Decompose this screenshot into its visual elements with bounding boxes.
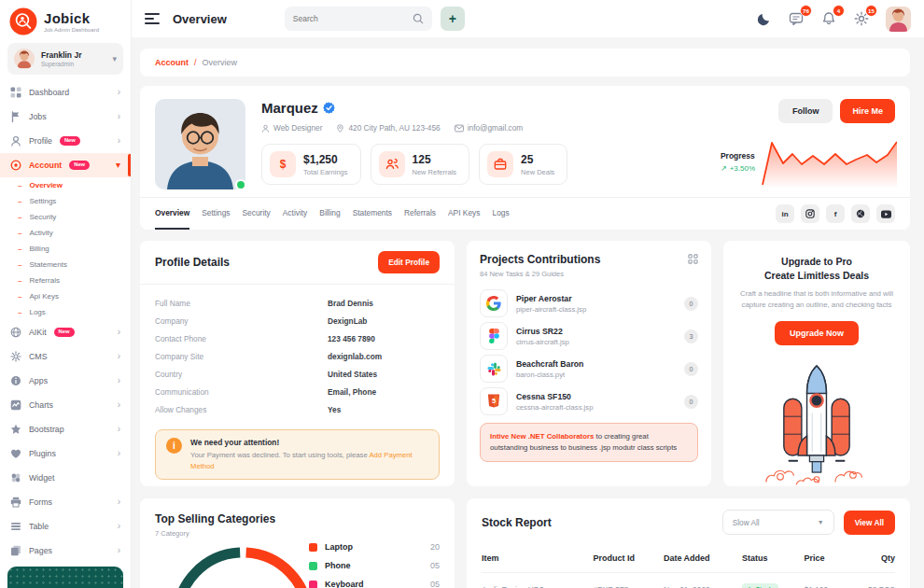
sidebar-subitem-statements[interactable]: –Statements xyxy=(0,257,131,273)
notifications-button[interactable]: 4 xyxy=(820,10,837,27)
detail-row: Contact Phone123 456 7890 xyxy=(155,329,440,347)
svg-text:5: 5 xyxy=(492,397,496,405)
profile-tabs: Overview Settings Security Activity Bill… xyxy=(140,197,910,230)
search-icon xyxy=(413,13,424,24)
edit-profile-button[interactable]: Edit Profile xyxy=(378,251,440,273)
stat-label: New Referrals xyxy=(413,168,457,176)
dash-icon: – xyxy=(18,308,21,316)
stat-value: 25 xyxy=(521,153,554,166)
chart-icon xyxy=(10,399,21,411)
project-name: Cessna SF150 xyxy=(516,392,593,401)
sidebar-item-jobs[interactable]: Jobs › xyxy=(0,105,131,129)
upgrade-now-button[interactable]: Upgrade Now xyxy=(775,321,859,345)
disc-icon xyxy=(10,160,21,171)
project-count-badge: 0 xyxy=(684,362,698,376)
breadcrumb-section[interactable]: Account xyxy=(155,58,189,67)
briefcase-icon xyxy=(487,151,513,177)
table-header: Item Product Id Date Added Status Price … xyxy=(482,546,895,573)
users-icon xyxy=(379,151,405,177)
project-name: Beachcraft Baron xyxy=(516,359,583,369)
linkedin-icon[interactable]: in xyxy=(776,204,794,223)
project-name: Piper Aerostar xyxy=(516,294,586,303)
sidebar-item-profile[interactable]: Profile New › xyxy=(0,129,131,153)
tab-referrals[interactable]: Referrals xyxy=(404,198,436,230)
sidebar-subitem-referrals[interactable]: –Referrals xyxy=(0,273,131,288)
project-name: Cirrus SR22 xyxy=(516,327,569,336)
user-dropdown[interactable]: Franklin Jr Superadmin ▾ xyxy=(7,43,123,75)
sidebar-item-plugins[interactable]: Plugins › xyxy=(0,441,131,466)
grid-view-icon[interactable] xyxy=(688,254,698,264)
stock-filter-dropdown[interactable]: Slow All▼ xyxy=(722,510,834,535)
sidebar-subitem-api-keys[interactable]: –Api Keys xyxy=(0,288,131,304)
tab-logs[interactable]: Logs xyxy=(492,198,509,230)
view-all-button[interactable]: View All xyxy=(844,511,895,535)
tab-settings[interactable]: Settings xyxy=(202,198,230,230)
sidebar-item-table[interactable]: Table › xyxy=(0,514,131,539)
sidebar-item-pages[interactable]: Pages › xyxy=(0,539,131,563)
sidebar-subitem-logs[interactable]: –Logs xyxy=(0,304,131,320)
project-item[interactable]: Cirrus SR22cirrus-aircraft.jsp 3 xyxy=(480,322,698,350)
header-avatar[interactable] xyxy=(886,7,911,32)
sidebar-item-label: Forms xyxy=(29,497,52,507)
subitem-label: Security xyxy=(29,213,56,221)
messages-button[interactable]: 76 xyxy=(788,10,805,27)
sidebar-item-apps[interactable]: Apps › xyxy=(0,369,131,393)
hire-me-button[interactable]: Hire Me xyxy=(840,99,895,123)
detail-row: Company Sitedexignlab.com xyxy=(155,347,440,365)
project-item[interactable]: 5 Cessna SF150cessna-aircraft-class.jsp … xyxy=(480,387,698,415)
topbar-actions: 76 4 15 xyxy=(755,7,911,32)
sidebar-item-forms[interactable]: Forms › xyxy=(0,490,131,514)
sidebar-item-dashboard[interactable]: Dashboard › xyxy=(0,80,131,105)
sidebar-subitem-security[interactable]: –Security xyxy=(0,209,131,225)
sidebar-item-label: Dashboard xyxy=(29,88,69,97)
profile-photo xyxy=(155,99,245,189)
topbar: Overview + 76 4 15 xyxy=(132,0,924,37)
tab-billing[interactable]: Billing xyxy=(319,198,340,230)
sidebar-item-cms[interactable]: CMS › xyxy=(0,344,131,369)
facebook-icon[interactable]: f xyxy=(826,204,845,223)
sidebar-item-label: CMS xyxy=(29,352,48,361)
instagram-icon[interactable] xyxy=(801,204,819,223)
tab-security[interactable]: Security xyxy=(243,198,271,230)
search-input[interactable] xyxy=(293,14,407,23)
add-button[interactable]: + xyxy=(441,7,465,31)
sidebar-item-label: Bootstrap xyxy=(29,425,64,434)
dark-mode-toggle[interactable] xyxy=(755,10,772,27)
tab-overview[interactable]: Overview xyxy=(155,198,189,230)
sidebar-item-bootstrap[interactable]: Bootstrap › xyxy=(0,417,131,441)
project-item[interactable]: Piper Aerostarpiper-aircraft-class.jsp 0 xyxy=(480,289,698,317)
detail-row: CountryUnited States xyxy=(155,365,440,383)
search-box xyxy=(285,7,432,31)
dash-icon: – xyxy=(18,197,21,205)
new-badge: New xyxy=(60,136,80,146)
brand[interactable]: Jobick Job Admin Dashboard xyxy=(0,0,131,42)
project-item[interactable]: Beachcraft Baronbaron-class.pyt 0 xyxy=(480,355,698,383)
subitem-label: Activity xyxy=(29,229,52,237)
youtube-icon[interactable] xyxy=(876,204,895,223)
dash-icon: – xyxy=(18,245,21,253)
tab-statements[interactable]: Statements xyxy=(353,198,392,230)
envelope-icon xyxy=(455,124,464,133)
sidebar-subitem-overview[interactable]: –Overview xyxy=(0,177,131,193)
sidebar-item-aikit[interactable]: AIKit New › xyxy=(0,320,131,344)
sidebar-subitem-billing[interactable]: –Billing xyxy=(0,241,131,257)
hamburger-menu-icon[interactable] xyxy=(145,13,160,24)
breadcrumb-separator: / xyxy=(194,58,197,67)
sidebar-subitem-settings[interactable]: –Settings xyxy=(0,193,131,209)
sidebar-item-label: Charts xyxy=(29,400,53,410)
user-avatar xyxy=(14,49,35,69)
sidebar-item-widget[interactable]: Widget xyxy=(0,466,131,490)
dribbble-icon[interactable] xyxy=(851,204,870,223)
chevron-right-icon: › xyxy=(118,136,120,146)
follow-button[interactable]: Follow xyxy=(778,99,833,123)
sidebar-item-charts[interactable]: Charts › xyxy=(0,393,131,417)
tab-activity[interactable]: Activity xyxy=(283,198,308,230)
tab-api-keys[interactable]: API Keys xyxy=(448,198,480,230)
sidebar-promo-box[interactable] xyxy=(7,567,123,588)
settings-button[interactable]: 15 xyxy=(853,10,870,27)
chevron-right-icon: › xyxy=(118,328,120,337)
sidebar-item-account[interactable]: Account New ▾ xyxy=(0,153,131,177)
card-title: Top Selling Categories xyxy=(155,512,440,525)
sidebar-subitem-activity[interactable]: –Activity xyxy=(0,225,131,241)
location-pin-icon xyxy=(336,124,344,133)
